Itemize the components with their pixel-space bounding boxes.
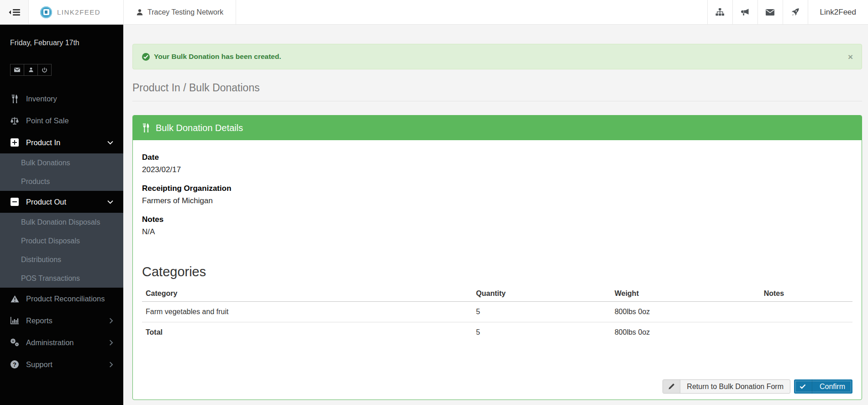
- cutlery-icon: [10, 95, 19, 103]
- chevron-right-icon: [109, 318, 113, 324]
- messages-button[interactable]: [758, 0, 783, 24]
- bar-chart-icon: [10, 317, 19, 324]
- column-header-notes: Notes: [760, 286, 852, 302]
- panel-title: Bulk Donation Details: [156, 123, 243, 133]
- account-menu[interactable]: Link2Feed: [808, 0, 868, 24]
- product-in-submenu: Bulk Donations Products: [0, 153, 123, 191]
- network-selector[interactable]: Tracey Testing Network: [123, 0, 236, 24]
- announcements-button[interactable]: [732, 0, 758, 24]
- sidebar-item-support[interactable]: ? Support: [0, 353, 123, 375]
- top-bar: LINK2FEED Tracey Testing Network: [0, 0, 868, 25]
- sidebar-item-point-of-sale[interactable]: Point of Sale: [0, 110, 123, 131]
- sidebar-date: Friday, February 17th: [0, 25, 123, 47]
- cell-category: Farm vegetables and fruit: [142, 302, 473, 322]
- hamburger-icon: [8, 8, 21, 16]
- chevron-down-icon: [107, 141, 113, 145]
- cell-notes: [760, 302, 852, 322]
- field-notes: Notes N/A: [142, 215, 852, 237]
- power-icon: [42, 67, 47, 73]
- profile-quick-button[interactable]: [24, 64, 38, 76]
- sidebar-item-reports[interactable]: Reports: [0, 310, 123, 331]
- sidebar-item-product-out[interactable]: Product Out: [0, 191, 123, 213]
- check-circle-icon: [142, 53, 150, 61]
- button-label: Confirm: [812, 379, 852, 394]
- close-icon[interactable]: ×: [848, 53, 853, 61]
- sidebar-item-product-reconciliations[interactable]: Product Reconciliations: [0, 288, 123, 310]
- main-content: Your Bulk Donation has been created. × P…: [123, 25, 868, 405]
- cutlery-icon: [142, 123, 150, 132]
- alert-message: Your Bulk Donation has been created.: [154, 53, 281, 61]
- field-date: Date 2023/02/17: [142, 153, 852, 174]
- mail-icon: [14, 68, 20, 72]
- field-label: Date: [142, 153, 852, 162]
- sitemap-button[interactable]: [707, 0, 732, 24]
- table-header-row: Category Quantity Weight Notes: [142, 286, 852, 302]
- sidebar-item-label: Inventory: [26, 95, 57, 103]
- column-header-category: Category: [142, 286, 473, 302]
- submenu-item-label: Product Disposals: [21, 237, 80, 245]
- cell-total-weight: 800lbs 0oz: [611, 322, 760, 343]
- question-icon: ?: [10, 360, 19, 368]
- messages-quick-button[interactable]: [10, 64, 24, 76]
- field-value: 2023/02/17: [142, 165, 852, 174]
- categories-table: Category Quantity Weight Notes Farm vege…: [142, 286, 852, 342]
- action-buttons: Return to Bulk Donation Form Confirm: [663, 379, 852, 394]
- sidebar-item-label: Product Reconciliations: [26, 295, 105, 303]
- cell-total-label: Total: [142, 322, 473, 343]
- sidebar-item-bulk-donation-disposals[interactable]: Bulk Donation Disposals: [0, 213, 123, 231]
- mail-icon: [766, 9, 774, 16]
- return-to-bulk-donation-form-button[interactable]: Return to Bulk Donation Form: [663, 379, 790, 394]
- sidebar-item-label: Point of Sale: [26, 116, 69, 125]
- submenu-item-label: POS Transactions: [21, 274, 80, 283]
- sidebar-item-product-disposals[interactable]: Product Disposals: [0, 231, 123, 250]
- megaphone-icon: [741, 8, 749, 16]
- whats-new-button[interactable]: [783, 0, 808, 24]
- success-alert: Your Bulk Donation has been created. ×: [132, 44, 862, 69]
- bulk-donation-details-panel: Bulk Donation Details Date 2023/02/17 Re…: [132, 115, 862, 400]
- sidebar-toggle-button[interactable]: [0, 0, 29, 24]
- plus-square-icon: [10, 138, 19, 147]
- field-label: Receipting Organization: [142, 184, 852, 193]
- sidebar-item-bulk-donations[interactable]: Bulk Donations: [0, 153, 123, 172]
- submenu-item-label: Bulk Donation Disposals: [21, 218, 100, 226]
- sidebar: Friday, February 17th: [0, 25, 123, 405]
- sidebar-item-label: Support: [26, 360, 53, 369]
- cell-total-quantity: 5: [473, 322, 611, 343]
- submenu-item-label: Bulk Donations: [21, 159, 70, 167]
- sidebar-item-label: Reports: [26, 316, 53, 325]
- chevron-right-icon: [109, 362, 113, 368]
- cell-quantity: 5: [473, 302, 611, 322]
- product-out-submenu: Bulk Donation Disposals Product Disposal…: [0, 213, 123, 288]
- sidebar-quick-actions: [10, 64, 123, 76]
- cell-total-notes: [760, 322, 852, 343]
- sidebar-item-products[interactable]: Products: [0, 172, 123, 191]
- topbar-spacer: [236, 0, 707, 24]
- app-window: LINK2FEED Tracey Testing Network: [0, 0, 868, 405]
- logout-quick-button[interactable]: [37, 64, 52, 76]
- field-label: Notes: [142, 215, 852, 224]
- sidebar-item-label: Product Out: [26, 198, 66, 206]
- submenu-item-label: Products: [21, 178, 50, 186]
- brand-home-link[interactable]: LINK2FEED: [29, 0, 123, 24]
- user-icon: [28, 67, 34, 73]
- minus-square-icon: [10, 198, 19, 206]
- check-icon: [794, 379, 812, 394]
- scale-icon: [10, 117, 19, 125]
- sidebar-item-pos-transactions[interactable]: POS Transactions: [0, 269, 123, 288]
- cell-weight: 800lbs 0oz: [611, 302, 760, 322]
- sidebar-item-product-in[interactable]: Product In: [0, 131, 123, 153]
- sidebar-item-label: Product In: [26, 138, 60, 147]
- sitemap-icon: [715, 8, 724, 16]
- confirm-button[interactable]: Confirm: [794, 379, 852, 394]
- account-label: Link2Feed: [820, 8, 856, 17]
- sidebar-item-distributions[interactable]: Distributions: [0, 250, 123, 269]
- cogs-icon: [10, 338, 19, 347]
- network-name: Tracey Testing Network: [147, 8, 223, 16]
- field-value: N/A: [142, 227, 852, 237]
- table-total-row: Total 5 800lbs 0oz: [142, 322, 852, 343]
- sidebar-item-inventory[interactable]: Inventory: [0, 88, 123, 110]
- button-label: Return to Bulk Donation Form: [680, 380, 790, 393]
- sidebar-item-administration[interactable]: Administration: [0, 331, 123, 353]
- field-receipting-organization: Receipting Organization Farmers of Michi…: [142, 184, 852, 205]
- column-header-quantity: Quantity: [473, 286, 611, 302]
